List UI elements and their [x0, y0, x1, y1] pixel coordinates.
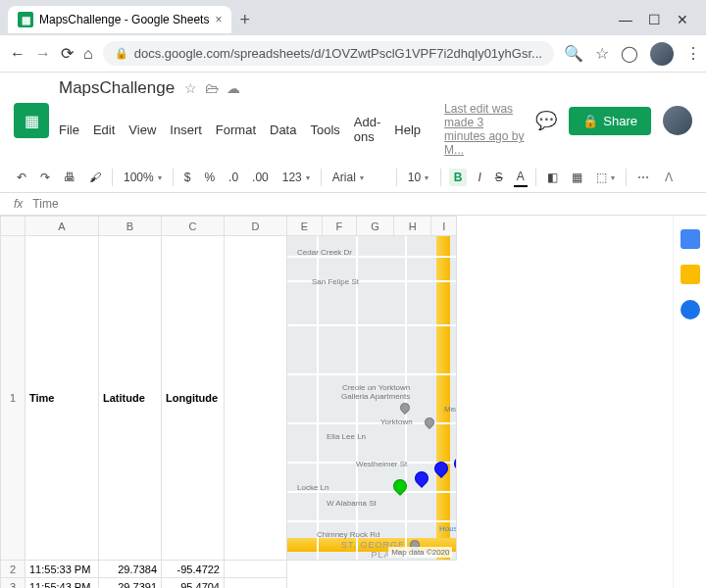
forward-button[interactable]: → [35, 45, 51, 63]
lock-share-icon: 🔒 [582, 114, 598, 128]
percent-button[interactable]: % [201, 169, 218, 186]
cell-C2[interactable]: -95.4722 [162, 561, 225, 578]
collapse-toolbar-button[interactable]: ᐱ [665, 171, 692, 184]
print-button[interactable]: 🖶 [61, 169, 78, 186]
cell-B2[interactable]: 29.7384 [99, 561, 162, 578]
browser-tab[interactable]: ▦ MapsChallenge - Google Sheets × [8, 6, 231, 33]
minimize-icon[interactable]: — [619, 12, 632, 27]
font-size-dropdown[interactable]: 10 [405, 169, 432, 186]
reload-button[interactable]: ⟳ [61, 44, 74, 63]
cell-B3[interactable]: 29.7391 [99, 578, 162, 589]
paint-format-button[interactable]: 🖌 [86, 169, 104, 186]
zoom-dropdown[interactable]: 100% [121, 169, 165, 186]
poi-label: Yorktown [380, 417, 413, 426]
tasks-addon-icon[interactable] [681, 300, 700, 319]
lock-icon: 🔒 [115, 47, 128, 60]
menu-data[interactable]: Data [270, 122, 296, 137]
col-header-E[interactable]: E [287, 217, 323, 236]
col-header-A[interactable]: A [25, 217, 99, 236]
more-toolbar-icon[interactable]: ⋯ [634, 169, 652, 186]
col-header-D[interactable]: D [225, 217, 287, 236]
new-tab-button[interactable]: + [239, 10, 250, 30]
cloud-icon[interactable]: ☁ [227, 80, 240, 96]
cell-B1[interactable]: Latitude [99, 236, 162, 561]
move-icon[interactable]: 🗁 [205, 80, 219, 96]
font-dropdown[interactable]: Arial [329, 169, 388, 186]
home-button[interactable]: ⌂ [83, 45, 93, 63]
maximize-icon[interactable]: ☐ [648, 12, 661, 27]
search-icon[interactable]: 🔍 [564, 44, 583, 63]
menu-file[interactable]: File [59, 122, 79, 137]
sheets-logo-icon[interactable]: ▦ [14, 103, 49, 138]
currency-button[interactable]: $ [181, 169, 194, 186]
map-embed[interactable]: Cedar Creek DrSan Felipe StDel Monte DrM… [287, 236, 457, 561]
menu-insert[interactable]: Insert [170, 122, 202, 137]
map-pin-blue [451, 454, 456, 473]
address-bar[interactable]: 🔒 docs.google.com/spreadsheets/d/1OVZwtP… [103, 41, 554, 66]
text-color-button[interactable]: A [514, 168, 528, 187]
last-edit-link[interactable]: Last edit was made 3 minutes ago by M... [444, 102, 526, 157]
street-label: Cedar Creek Dr [297, 248, 352, 257]
col-header-H[interactable]: H [394, 217, 430, 236]
document-title[interactable]: MapsChallenge [59, 78, 175, 98]
extension-icon[interactable]: ◯ [621, 44, 638, 63]
bold-button[interactable]: B [449, 169, 468, 186]
browser-menu-icon[interactable]: ⋮ [685, 44, 701, 63]
col-header-B[interactable]: B [99, 217, 162, 236]
cell-A2[interactable]: 11:55:33 PM [25, 561, 99, 578]
keep-addon-icon[interactable] [681, 265, 700, 284]
street-label: Locke Ln [297, 483, 328, 492]
map-poi-pin [423, 416, 436, 429]
cell-D1[interactable] [225, 236, 287, 561]
cell-A1[interactable]: Time [25, 236, 99, 561]
italic-button[interactable]: I [475, 169, 483, 186]
col-header-F[interactable]: F [323, 217, 357, 236]
fx-label: fx [14, 197, 23, 211]
back-button[interactable]: ← [10, 45, 25, 63]
row-header-2[interactable]: 2 [1, 561, 25, 578]
cell-C3[interactable]: -95.4704 [162, 578, 225, 589]
row-header-3[interactable]: 3 [1, 578, 25, 589]
street-label: Chimney Rock Rd [317, 530, 379, 539]
menu-edit[interactable]: Edit [93, 122, 115, 137]
tab-title: MapsChallenge - Google Sheets [39, 13, 209, 26]
star-icon[interactable]: ☆ [184, 80, 197, 96]
calendar-addon-icon[interactable] [681, 229, 700, 249]
menu-help[interactable]: Help [394, 122, 421, 137]
more-formats-button[interactable]: 123 [279, 169, 313, 186]
spreadsheet-grid[interactable]: ABCDEFGHI1 Time Latitude Longitude Cedar… [0, 216, 673, 588]
fill-color-button[interactable]: ◧ [544, 169, 561, 186]
merge-button[interactable]: ⬚ [593, 169, 618, 186]
row-header-1[interactable]: 1 [1, 236, 25, 561]
street-label: Westheimer St [356, 460, 407, 468]
menu-tools[interactable]: Tools [310, 122, 339, 137]
tab-close-icon[interactable]: × [215, 13, 222, 26]
cell-D2[interactable] [225, 561, 287, 578]
profile-avatar[interactable] [650, 42, 674, 66]
menu-add-ons[interactable]: Add-ons [354, 115, 380, 144]
col-header-I[interactable]: I [430, 217, 457, 236]
col-header-G[interactable]: G [356, 217, 394, 236]
street-label: W Alabama St [327, 499, 377, 508]
cell-A3[interactable]: 11:55:43 PM [25, 578, 99, 589]
bookmark-icon[interactable]: ☆ [595, 44, 609, 63]
close-window-icon[interactable]: ✕ [677, 12, 688, 27]
decrease-decimal-button[interactable]: .0 [226, 169, 241, 186]
borders-button[interactable]: ▦ [569, 169, 585, 186]
sheets-favicon-icon: ▦ [18, 12, 33, 27]
account-avatar[interactable] [663, 106, 692, 135]
cell-D3[interactable] [225, 578, 287, 589]
undo-button[interactable]: ↶ [14, 169, 29, 186]
cell-C1[interactable]: Longitude [162, 236, 225, 561]
col-header-C[interactable]: C [162, 217, 225, 236]
share-button[interactable]: 🔒 Share [569, 107, 651, 135]
url-text: docs.google.com/spreadsheets/d/1OVZwtPsc… [134, 46, 542, 61]
menu-format[interactable]: Format [216, 122, 256, 137]
poi-label: NordstromHouston Galleria [439, 515, 456, 533]
comments-button[interactable]: 💬 [535, 110, 557, 131]
redo-button[interactable]: ↷ [37, 169, 53, 186]
increase-decimal-button[interactable]: .00 [249, 169, 272, 186]
formula-input[interactable]: Time [32, 197, 58, 211]
menu-view[interactable]: View [128, 122, 156, 137]
strike-button[interactable]: S [492, 169, 506, 186]
